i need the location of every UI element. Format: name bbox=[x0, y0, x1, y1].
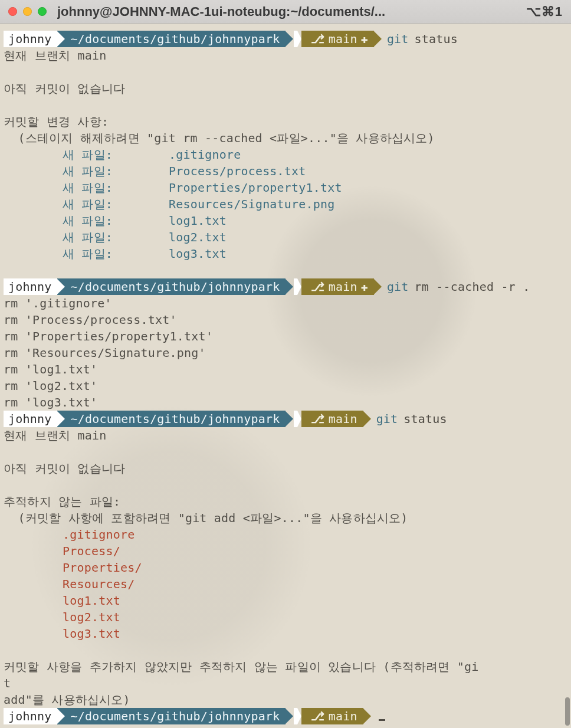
file-name: Process/ bbox=[4, 543, 567, 559]
cmd-args: status bbox=[415, 31, 458, 47]
file-label: 새 파일: bbox=[63, 229, 169, 245]
file-label: 새 파일: bbox=[63, 179, 169, 196]
file-name: log1.txt bbox=[169, 214, 227, 228]
prompt-user-segment: johnny bbox=[4, 278, 57, 295]
cmd-args: status bbox=[403, 411, 447, 427]
git-branch-icon: ⎇ bbox=[311, 411, 324, 427]
rm-output: rm '.gitignore' rm 'Process/process.txt'… bbox=[4, 295, 567, 411]
output-line: add"를 사용하십시오) bbox=[4, 691, 567, 708]
file-name: Process/process.txt bbox=[169, 164, 306, 178]
file-name: log1.txt bbox=[4, 592, 567, 609]
prompt-separator bbox=[294, 411, 297, 427]
output-line: t bbox=[4, 675, 567, 691]
prompt-line: johnny ~/documents/github/johnnypark ⎇ma… bbox=[4, 278, 567, 295]
window-controls bbox=[8, 7, 47, 16]
close-icon[interactable] bbox=[8, 7, 17, 16]
file-label: 새 파일: bbox=[63, 163, 169, 179]
output-line: rm '.gitignore' bbox=[4, 295, 567, 311]
window-shortcut: ⌥⌘1 bbox=[526, 4, 563, 20]
prompt-line-active[interactable]: johnny ~/documents/github/johnnypark ⎇ma… bbox=[4, 708, 567, 724]
output-line: (커밋할 사항에 포함하려면 "git add <파일>..."을 사용하십시오… bbox=[4, 510, 567, 526]
output-line: 커밋할 변경 사항: bbox=[4, 113, 567, 130]
terminal-pane[interactable]: johnny ~/documents/github/johnnypark ⎇ma… bbox=[0, 24, 571, 728]
prompt-line: johnny ~/documents/github/johnnypark ⎇ma… bbox=[4, 411, 567, 427]
prompt-separator bbox=[294, 31, 297, 47]
file-name: Resources/ bbox=[4, 576, 567, 592]
prompt-branch-segment: ⎇main✚ bbox=[301, 31, 373, 47]
prompt-path-segment: ~/documents/github/johnnypark bbox=[57, 708, 286, 724]
prompt-path: ~/documents/github/johnnypark bbox=[70, 31, 280, 47]
file-name: Resources/Signature.png bbox=[169, 197, 335, 211]
git-branch-icon: ⎇ bbox=[311, 31, 324, 47]
git-dirty-icon: ✚ bbox=[361, 31, 368, 47]
file-name: log2.txt bbox=[169, 230, 227, 244]
prompt-user-segment: johnny bbox=[4, 708, 57, 724]
output-line: rm 'log1.txt' bbox=[4, 361, 567, 378]
file-label: 새 파일: bbox=[63, 245, 169, 262]
output-line: 추적하지 않는 파일: bbox=[4, 493, 567, 510]
output-line: rm 'Resources/Signature.png' bbox=[4, 345, 567, 361]
untracked-files: .gitignore Process/ Properties/ Resource… bbox=[4, 526, 567, 642]
output-line: 현재 브랜치 main bbox=[4, 47, 567, 64]
output-line: rm 'Process/process.txt' bbox=[4, 311, 567, 328]
git-branch-icon: ⎇ bbox=[311, 278, 324, 295]
prompt-path-segment: ~/documents/github/johnnypark bbox=[57, 411, 286, 427]
prompt-branch: main bbox=[329, 31, 357, 47]
output-line: rm 'Properties/property1.txt' bbox=[4, 328, 567, 345]
prompt-separator bbox=[294, 278, 297, 295]
output-line: rm 'log2.txt' bbox=[4, 378, 567, 394]
git-branch-icon: ⎇ bbox=[311, 708, 324, 724]
prompt-path-segment: ~/documents/github/johnnypark bbox=[57, 31, 286, 47]
scrollbar[interactable] bbox=[565, 697, 570, 726]
prompt-branch-segment: ⎇main bbox=[301, 411, 363, 427]
file-name: log3.txt bbox=[4, 625, 567, 642]
file-name: Properties/property1.txt bbox=[169, 181, 342, 195]
window-titlebar: johnny@JOHNNY-MAC-1ui-noteubug:~/documen… bbox=[0, 0, 571, 24]
file-name: Properties/ bbox=[4, 559, 567, 576]
file-label: 새 파일: bbox=[63, 196, 169, 212]
window-title: johnny@JOHNNY-MAC-1ui-noteubug:~/documen… bbox=[57, 4, 526, 20]
file-name: .gitignore bbox=[4, 526, 567, 543]
cmd-git: git bbox=[387, 31, 409, 47]
prompt-user-segment: johnny bbox=[4, 31, 57, 47]
file-name: .gitignore bbox=[169, 147, 241, 162]
output-line: (스테이지 해제하려면 "git rm --cached <파일>..."을 사… bbox=[4, 130, 567, 146]
zoom-icon[interactable] bbox=[38, 7, 47, 16]
prompt-separator bbox=[294, 708, 297, 724]
output-line: 현재 브랜치 main bbox=[4, 427, 567, 444]
file-label: 새 파일: bbox=[63, 212, 169, 229]
git-dirty-icon: ✚ bbox=[361, 278, 368, 295]
staged-files: 새 파일:.gitignore 새 파일:Process/process.txt… bbox=[4, 146, 567, 262]
file-label: 새 파일: bbox=[63, 146, 169, 163]
command-input: gitrm --cached -r . bbox=[374, 278, 530, 295]
minimize-icon[interactable] bbox=[23, 7, 32, 16]
file-name: log3.txt bbox=[169, 247, 227, 261]
cursor-icon bbox=[379, 719, 385, 721]
output-line: 아직 커밋이 없습니다 bbox=[4, 80, 567, 97]
prompt-user-segment: johnny bbox=[4, 411, 57, 427]
file-name: log2.txt bbox=[4, 609, 567, 625]
prompt-branch-segment: ⎇main✚ bbox=[301, 278, 373, 295]
output-line: 커밋할 사항을 추가하지 않았지만 추적하지 않는 파일이 있습니다 (추적하려… bbox=[4, 658, 567, 675]
prompt-line: johnny ~/documents/github/johnnypark ⎇ma… bbox=[4, 31, 567, 47]
output-line: rm 'log3.txt' bbox=[4, 394, 567, 411]
cmd-args: rm --cached -r . bbox=[415, 278, 530, 295]
prompt-path-segment: ~/documents/github/johnnypark bbox=[57, 278, 286, 295]
command-input: gitstatus bbox=[374, 31, 458, 47]
prompt-user: johnny bbox=[8, 31, 51, 47]
command-input: gitstatus bbox=[363, 411, 447, 427]
prompt-branch-segment: ⎇main bbox=[301, 708, 363, 724]
output-line: 아직 커밋이 없습니다 bbox=[4, 460, 567, 477]
